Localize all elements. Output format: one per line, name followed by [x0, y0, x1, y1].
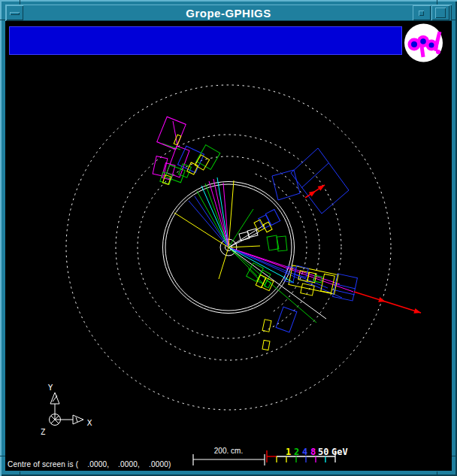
scale-bar: 200. cm.	[193, 447, 265, 465]
track-line	[228, 247, 294, 283]
muon-arrowhead	[413, 308, 421, 314]
calo-box	[262, 320, 271, 332]
z-axis-label: Z	[41, 427, 46, 437]
window-title: Grope-GPHIGS	[5, 7, 452, 20]
calo-box	[157, 117, 186, 149]
track-line	[228, 247, 326, 319]
track-line	[219, 247, 228, 279]
track-line	[174, 213, 228, 247]
calo-box	[333, 274, 358, 301]
detail-line	[173, 121, 177, 145]
track-line	[195, 196, 228, 247]
y-axis-label: Y	[48, 383, 53, 393]
titlebar[interactable]: Grope-GPHIGS	[5, 5, 452, 21]
calo-box	[247, 263, 264, 282]
muon-arrowhead	[378, 297, 386, 302]
legend-value-8: 8	[310, 447, 316, 457]
calo-box	[265, 209, 280, 225]
calo-box	[162, 163, 175, 180]
muon-arrowhead	[309, 191, 316, 197]
track-line	[228, 247, 342, 298]
detail-line	[301, 163, 328, 188]
legend-value-1: 1	[286, 447, 291, 457]
x-axis-arrowhead	[73, 415, 83, 424]
energy-legend: 1 2 4 8 50 GeV	[267, 447, 348, 462]
track-line	[189, 201, 228, 247]
track-line	[228, 247, 257, 276]
event-display-area: Run:event 8435: 16180 Ctrk(N= 65 Sump= 8…	[5, 21, 452, 471]
frame-notch	[452, 20, 457, 20]
legend-unit: GeV	[331, 447, 348, 457]
calo-box	[254, 220, 265, 232]
maximize-button[interactable]	[431, 5, 449, 20]
x-axis-label: X	[87, 418, 92, 428]
calo-box	[265, 280, 271, 288]
event-graphics	[66, 85, 421, 410]
minimize-button[interactable]	[413, 5, 431, 20]
status-bar: Centre of screen is ( .0000, .0000, .000…	[8, 460, 171, 468]
scale-bar-label: 200. cm.	[214, 447, 243, 455]
legend-value-4: 4	[302, 447, 307, 457]
muon-arrow-line	[354, 292, 421, 313]
calo-box	[247, 229, 258, 238]
track-line	[228, 180, 234, 247]
legend-value-2: 2	[294, 447, 299, 457]
frame-notch	[437, 471, 437, 476]
minimize-icon	[419, 11, 424, 16]
track-line	[228, 246, 260, 247]
calo-box	[276, 307, 297, 332]
track-line	[228, 225, 265, 247]
muon-arrowhead	[318, 185, 325, 191]
calo-polygon	[272, 170, 300, 200]
frame-notch	[0, 456, 5, 456]
frame-notch	[452, 456, 457, 456]
calo-box	[262, 340, 270, 350]
calo-box	[259, 215, 271, 229]
frame-notch	[20, 471, 20, 476]
coordinate-axes: Y X Z	[41, 383, 92, 437]
frame-notch	[0, 20, 5, 20]
window: Grope-GPHIGS Run:event 8435: 16180 Ctrk(…	[0, 0, 457, 476]
track-line	[228, 247, 316, 323]
track-line	[228, 209, 253, 247]
maximize-icon	[435, 8, 446, 18]
legend-value-50: 50	[318, 447, 328, 457]
event-display-svg: Y X Z 200. cm. 1 2 4 8 50 GeV	[5, 21, 452, 471]
